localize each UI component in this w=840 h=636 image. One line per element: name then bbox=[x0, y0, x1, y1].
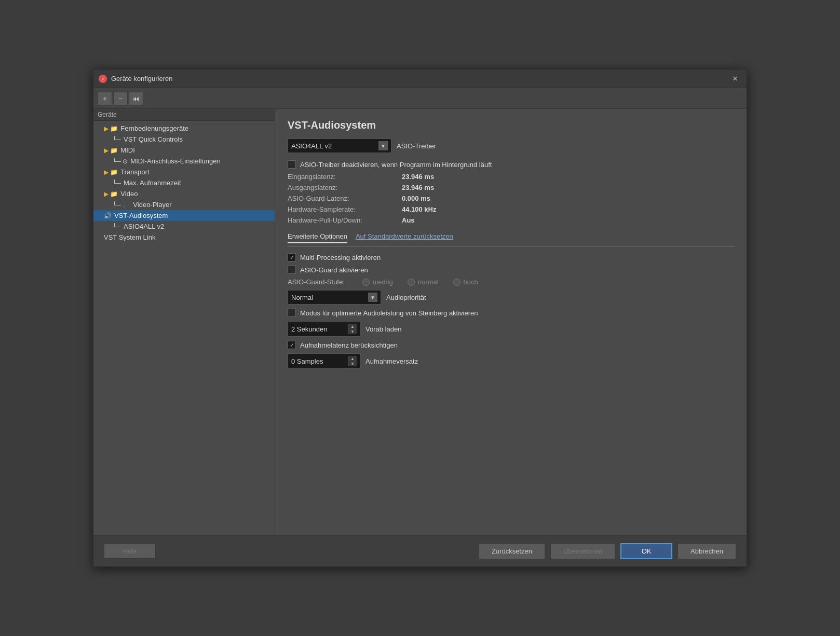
abbrechen-button[interactable]: Abbrechen bbox=[678, 543, 736, 559]
radio-niedrig-label: niedrig bbox=[373, 278, 393, 286]
vorab-laden-row: 2 Sekunden ▲ ▼ Vorab laden bbox=[288, 321, 734, 337]
dialog-window: ♪ Geräte konfigurieren × + − ⏮ Geräte ▶ … bbox=[93, 69, 747, 567]
item-icon: └─ bbox=[112, 136, 121, 143]
asio-driver-row: ASIO4ALL v2 ▼ ASIO-Treiber bbox=[288, 139, 734, 153]
toolbar: + − ⏮ bbox=[93, 88, 747, 109]
checkbox-aufnahmelatenz-row: Aufnahmelatenz berücksichtigen bbox=[288, 341, 734, 349]
dropdown-arrow-icon[interactable]: ▼ bbox=[378, 141, 388, 150]
vorab-laden-down[interactable]: ▼ bbox=[348, 329, 357, 334]
value-hardware-samplerate: 44.100 kHz bbox=[402, 205, 734, 213]
label-ausgangslatenz: Ausgangslatenz: bbox=[288, 184, 402, 191]
item-icon: └─ ⊙ bbox=[112, 158, 128, 165]
audio-icon: 🔊 bbox=[104, 212, 112, 219]
label-hardware-pullupdown: Hardware-Pull-Up/Down: bbox=[288, 216, 402, 224]
vorab-laden-input[interactable]: 2 Sekunden ▲ ▼ bbox=[288, 321, 360, 337]
radio-normal-label: normal bbox=[418, 278, 439, 286]
value-asio-guard-latenz: 0.000 ms bbox=[402, 195, 734, 202]
tree-item-transport[interactable]: ▶ 📁 Transport bbox=[93, 167, 275, 177]
priority-dropdown-arrow-icon[interactable]: ▼ bbox=[368, 293, 377, 302]
tree-item-vst-quick[interactable]: └─ VST Quick Controls bbox=[93, 134, 275, 145]
titlebar-left: ♪ Geräte konfigurieren bbox=[99, 75, 173, 83]
tree-label-max-aufnahme: Max. Aufnahmezeit bbox=[124, 179, 181, 187]
aufnahmeversatz-up[interactable]: ▲ bbox=[348, 356, 357, 361]
item-icon: └─ 🎥 bbox=[112, 201, 130, 209]
checkbox-aufnahmelatenz-label: Aufnahmelatenz berücksichtigen bbox=[300, 341, 398, 349]
tree-label-vst-system-link: VST System Link bbox=[104, 233, 155, 241]
priority-dropdown[interactable]: Normal ▼ bbox=[288, 290, 381, 305]
sidebar-header: Geräte bbox=[93, 109, 275, 121]
radio-hoch-label: hoch bbox=[464, 278, 478, 286]
reset-button[interactable]: ⏮ bbox=[129, 92, 143, 105]
item-icon: └─ bbox=[112, 223, 121, 230]
priority-row: Normal ▼ Audiopriorität bbox=[288, 290, 734, 305]
remove-button[interactable]: − bbox=[113, 92, 128, 105]
aufnahmeversatz-input[interactable]: 0 Samples ▲ ▼ bbox=[288, 353, 360, 369]
checkbox-multiprocessing-label: Multi-Processing aktivieren bbox=[300, 254, 381, 261]
tree-item-midi[interactable]: ▶ 📁 MIDI bbox=[93, 145, 275, 156]
radio-niedrig-btn[interactable] bbox=[362, 279, 370, 286]
aufnahmeversatz-arrows: ▲ ▼ bbox=[348, 356, 357, 366]
tree-item-fernbedienung[interactable]: ▶ 📁 Fernbedienungsgeräte bbox=[93, 123, 275, 134]
titlebar: ♪ Geräte konfigurieren × bbox=[93, 70, 747, 88]
hilfe-button[interactable]: Hilfe bbox=[104, 544, 156, 559]
radio-niedrig-row: niedrig bbox=[362, 278, 393, 286]
folder-icon: ▶ 📁 bbox=[104, 169, 118, 176]
folder-icon: ▶ 📁 bbox=[104, 125, 118, 132]
tree-item-asio4all[interactable]: └─ ASIO4ALL v2 bbox=[93, 221, 275, 232]
zuruecksetzen-button[interactable]: Zurücksetzen bbox=[479, 543, 545, 559]
tab-standardwerte[interactable]: Auf Standardwerte zurücksetzen bbox=[356, 232, 453, 243]
tree-label-video: Video bbox=[120, 190, 138, 198]
tree-item-vst-audiosystem[interactable]: 🔊 VST-Audiosystem bbox=[93, 210, 275, 221]
tree-item-max-aufnahme[interactable]: └─ Max. Aufnahmezeit bbox=[93, 177, 275, 188]
tree-label-vst-quick: VST Quick Controls bbox=[124, 135, 183, 143]
asio-guard-stufe-label: ASIO-Guard-Stufe: bbox=[288, 278, 345, 286]
aufnahmeversatz-down[interactable]: ▼ bbox=[348, 361, 357, 366]
vorab-laden-value: 2 Sekunden bbox=[291, 325, 327, 333]
aufnahmeversatz-label: Aufnahmeversatz bbox=[365, 357, 418, 365]
checkbox-deactivate[interactable] bbox=[288, 160, 296, 169]
tree-item-vst-system-link[interactable]: VST System Link bbox=[93, 232, 275, 243]
checkbox-steinberg[interactable] bbox=[288, 309, 296, 317]
checkbox-asioguard[interactable] bbox=[288, 266, 296, 274]
value-ausgangslatenz: 23.946 ms bbox=[402, 184, 734, 191]
value-hardware-pullupdown: Aus bbox=[402, 216, 734, 224]
asio-guard-stufe-row: ASIO-Guard-Stufe: niedrig normal hoch bbox=[288, 278, 734, 286]
ok-button[interactable]: OK bbox=[620, 543, 672, 559]
main-content: Geräte ▶ 📁 Fernbedienungsgeräte └─ VST Q… bbox=[93, 109, 747, 535]
footer: Hilfe Zurücksetzen Übernehmen OK Abbrech… bbox=[93, 535, 747, 566]
priority-label: Audiopriorität bbox=[386, 294, 426, 301]
close-button[interactable]: × bbox=[729, 73, 741, 85]
vorab-laden-up[interactable]: ▲ bbox=[348, 324, 357, 329]
dialog-title: Geräte konfigurieren bbox=[111, 75, 173, 82]
checkbox-multiprocessing[interactable] bbox=[288, 253, 296, 261]
radio-normal-row: normal bbox=[408, 278, 439, 286]
panel-title: VST-Audiosystem bbox=[288, 119, 734, 131]
section-tabs: Erweiterte Optionen Auf Standardwerte zu… bbox=[288, 232, 734, 247]
asio-driver-dropdown[interactable]: ASIO4ALL v2 ▼ bbox=[288, 139, 391, 153]
uebernehmen-button[interactable]: Übernehmen bbox=[550, 543, 615, 559]
label-hardware-samplerate: Hardware-Samplerate: bbox=[288, 205, 402, 213]
checkbox-asioguard-label: ASIO-Guard aktivieren bbox=[300, 266, 368, 274]
label-eingangslatenz: Eingangslatenz: bbox=[288, 173, 402, 181]
tree-item-midi-anschluss[interactable]: └─ ⊙ MIDI-Anschluss-Einstellungen bbox=[93, 156, 275, 167]
add-button[interactable]: + bbox=[98, 92, 112, 105]
tree-label-midi: MIDI bbox=[120, 146, 134, 154]
tree-item-video[interactable]: ▶ 📁 Video bbox=[93, 188, 275, 199]
tab-erweiterte-optionen[interactable]: Erweiterte Optionen bbox=[288, 232, 347, 243]
checkbox-deactivate-row: ASIO-Treiber deaktivieren, wenn Programm… bbox=[288, 160, 734, 169]
label-asio-guard-latenz: ASIO-Guard-Latenz: bbox=[288, 195, 402, 202]
vorab-laden-label: Vorab laden bbox=[365, 325, 401, 333]
aufnahmeversatz-value: 0 Samples bbox=[291, 357, 323, 365]
radio-normal-btn[interactable] bbox=[408, 279, 415, 286]
radio-hoch-row: hoch bbox=[453, 278, 478, 286]
tree-item-video-player[interactable]: └─ 🎥 Video-Player bbox=[93, 199, 275, 210]
checkbox-asioguard-row: ASIO-Guard aktivieren bbox=[288, 266, 734, 274]
folder-icon: ▶ 📁 bbox=[104, 147, 118, 154]
checkbox-multiprocessing-row: Multi-Processing aktivieren bbox=[288, 253, 734, 261]
value-eingangslatenz: 23.946 ms bbox=[402, 173, 734, 181]
folder-icon: ▶ 📁 bbox=[104, 190, 118, 198]
radio-hoch-btn[interactable] bbox=[453, 279, 460, 286]
tree-label-fernbedienung: Fernbedienungsgeräte bbox=[120, 125, 188, 132]
info-grid: Eingangslatenz: 23.946 ms Ausgangslatenz… bbox=[288, 173, 734, 224]
checkbox-aufnahmelatenz[interactable] bbox=[288, 341, 296, 349]
